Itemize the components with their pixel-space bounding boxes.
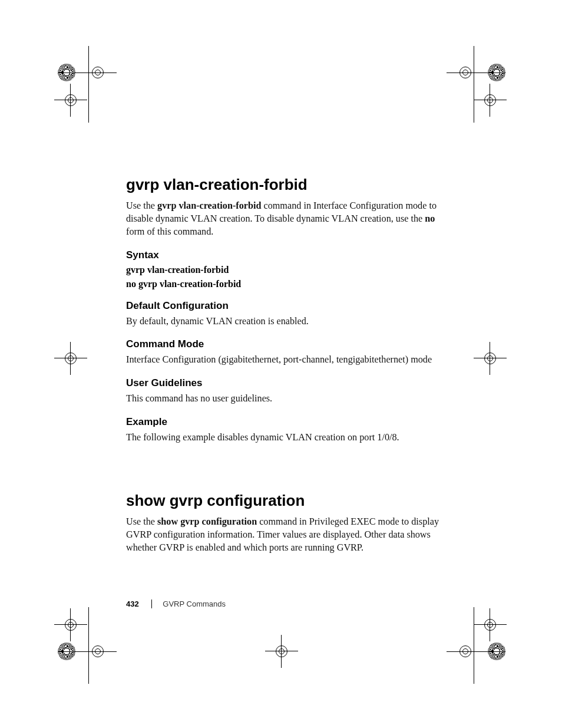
section2-intro: Use the show gvrp configuration command … <box>126 516 444 555</box>
section2-title: show gvrp configuration <box>126 492 444 510</box>
default-config-text: By default, dynamic VLAN creation is ena… <box>126 315 444 328</box>
text: form of this command. <box>126 226 213 237</box>
syntax-line-1: gvrp vlan-creation-forbid <box>126 265 444 275</box>
page-footer: 432 GVRP Commands <box>126 599 226 608</box>
page: gvrp vlan-creation-forbid Use the gvrp v… <box>0 0 562 728</box>
command-mode-text: Interface Configuration (gigabitethernet… <box>126 354 444 367</box>
default-config-heading: Default Configuration <box>126 300 444 312</box>
syntax-heading: Syntax <box>126 249 444 261</box>
footer-section-name: GVRP Commands <box>151 599 226 608</box>
example-heading: Example <box>126 416 444 428</box>
no-keyword: no <box>425 213 435 224</box>
section1-title: gvrp vlan-creation-forbid <box>126 176 444 194</box>
example-text: The following example disables dynamic V… <box>126 431 444 444</box>
page-number: 432 <box>126 599 139 608</box>
user-guidelines-text: This command has no user guidelines. <box>126 393 444 406</box>
content-area: gvrp vlan-creation-forbid Use the gvrp v… <box>126 176 444 563</box>
user-guidelines-heading: User Guidelines <box>126 377 444 389</box>
cmd-name: gvrp vlan-creation-forbid <box>157 200 261 211</box>
text: Use the <box>126 200 157 211</box>
cmd-name: show gvrp configuration <box>157 516 257 527</box>
section1-intro: Use the gvrp vlan-creation-forbid comman… <box>126 200 444 239</box>
command-mode-heading: Command Mode <box>126 338 444 350</box>
syntax-line-2: no gvrp vlan-creation-forbid <box>126 279 444 289</box>
text: Use the <box>126 516 157 527</box>
